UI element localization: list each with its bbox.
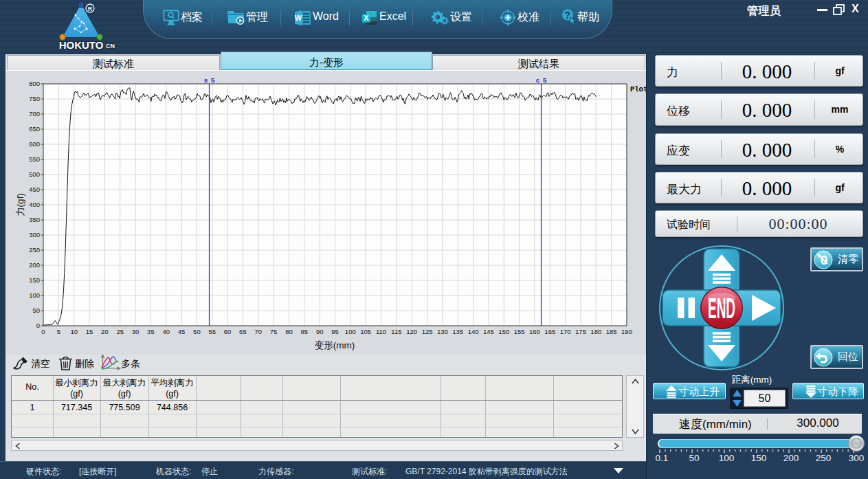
svg-text:120: 120 <box>406 328 417 335</box>
svg-text:70: 70 <box>255 328 263 335</box>
svg-text:170: 170 <box>560 328 571 335</box>
svg-text:80: 80 <box>285 328 293 335</box>
svg-text:550: 550 <box>29 155 40 163</box>
svg-text:130: 130 <box>437 328 448 335</box>
svg-text:190: 190 <box>621 328 632 335</box>
svg-text:s: s <box>204 76 208 84</box>
svg-text:110: 110 <box>376 328 386 335</box>
svg-text:95: 95 <box>331 328 339 335</box>
svg-text:150: 150 <box>29 276 40 284</box>
svg-text:CN: CN <box>106 43 115 49</box>
svg-text:5: 5 <box>543 76 547 84</box>
svg-text:150: 150 <box>498 328 509 335</box>
svg-text:115: 115 <box>391 328 401 335</box>
svg-text:125: 125 <box>422 328 433 335</box>
svg-text:90: 90 <box>316 328 324 335</box>
svg-text:15: 15 <box>86 328 93 335</box>
svg-text:5: 5 <box>211 76 215 84</box>
svg-text:600: 600 <box>29 140 40 148</box>
svg-text:R: R <box>88 5 93 12</box>
svg-text:20: 20 <box>101 328 109 335</box>
svg-text:750: 750 <box>29 95 40 102</box>
svg-text:75: 75 <box>270 328 278 335</box>
svg-text:25: 25 <box>116 328 124 335</box>
svg-text:700: 700 <box>29 110 40 118</box>
svg-text:0: 0 <box>41 328 45 335</box>
svg-text:END: END <box>708 292 735 324</box>
svg-text:?: ? <box>565 10 571 21</box>
svg-text:50: 50 <box>193 328 201 335</box>
svg-text:105: 105 <box>360 328 371 335</box>
svg-text:Plot: Plot <box>630 85 647 93</box>
svg-text:55: 55 <box>209 328 216 335</box>
svg-text:50: 50 <box>32 307 40 314</box>
svg-text:5: 5 <box>57 328 60 335</box>
svg-text:800: 800 <box>29 80 40 87</box>
svg-text:450: 450 <box>29 186 40 193</box>
svg-text:300: 300 <box>29 231 40 238</box>
svg-text:180: 180 <box>590 328 601 335</box>
svg-text:200: 200 <box>29 261 40 269</box>
svg-text:40: 40 <box>162 328 170 335</box>
svg-text:85: 85 <box>301 328 309 335</box>
svg-text:60: 60 <box>224 328 232 335</box>
svg-text:100: 100 <box>29 291 40 299</box>
svg-text:165: 165 <box>544 328 555 335</box>
svg-text:45: 45 <box>178 328 186 335</box>
svg-text:100: 100 <box>345 328 356 335</box>
svg-text:W: W <box>295 14 302 22</box>
svg-text:250: 250 <box>29 246 40 254</box>
svg-text:155: 155 <box>514 328 525 335</box>
svg-text:0: 0 <box>36 322 40 329</box>
svg-text:350: 350 <box>29 216 40 223</box>
svg-text:140: 140 <box>468 328 479 335</box>
svg-text:145: 145 <box>483 328 494 335</box>
svg-text:400: 400 <box>29 201 40 208</box>
svg-text:160: 160 <box>529 328 540 335</box>
svg-text:500: 500 <box>29 170 40 178</box>
svg-text:10: 10 <box>70 328 78 335</box>
svg-text:30: 30 <box>132 328 140 335</box>
svg-text:35: 35 <box>147 328 155 335</box>
svg-text:650: 650 <box>29 125 40 133</box>
svg-text:HOKUTO: HOKUTO <box>59 39 104 51</box>
svg-text:185: 185 <box>606 328 617 335</box>
svg-text:c: c <box>536 76 539 84</box>
svg-text:135: 135 <box>452 328 463 335</box>
svg-text:X: X <box>364 14 369 22</box>
svg-text:变形(mm): 变形(mm) <box>315 340 355 350</box>
svg-text:65: 65 <box>239 328 247 335</box>
svg-text:力(gf): 力(gf) <box>15 193 25 216</box>
svg-text:175: 175 <box>575 328 586 335</box>
